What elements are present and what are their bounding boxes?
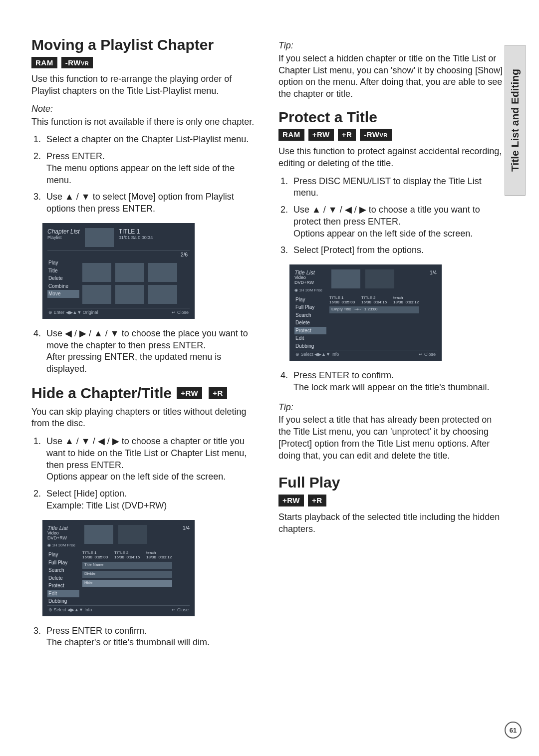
- badges-protect: RAM +RW +R -RWVR: [278, 129, 507, 141]
- moving-steps-cont: Use ◀ / ▶ / ▲ / ▼ to choose the place yo…: [31, 328, 260, 375]
- screenshot-title-list-hide: Title List Video DVD+RW ◉ 1H 30M Free 1/…: [42, 520, 195, 616]
- ss-chapter-cell: [115, 263, 144, 282]
- screenshot-chapter-list: Chapter List Playlist TITLE 1 01/01 Sa 0…: [42, 223, 195, 319]
- ss-empty-title: Empty Title --/-- 1:23:00: [329, 306, 419, 313]
- ss-preview-thumb: [85, 228, 114, 247]
- ss-preview-thumb: [331, 269, 360, 288]
- columns: Moving a Playlist Chapter RAM -RWVR Use …: [31, 35, 507, 657]
- ss-chapter-cell: [82, 285, 111, 304]
- moving-step-4: Use ◀ / ▶ / ▲ / ▼ to choose the place yo…: [43, 328, 260, 375]
- fullplay-body: Starts playback of the selected title in…: [278, 511, 507, 535]
- hide-step-1: Use ▲ / ▼ / ◀ / ▶ to choose a chapter or…: [43, 436, 260, 483]
- protect-steps-cont: Press ENTER to confirm. The lock mark wi…: [278, 370, 507, 394]
- ss-preview-thumb: [84, 525, 113, 544]
- note-label: Note:: [31, 103, 260, 115]
- ss-header: Chapter List Playlist: [47, 228, 80, 241]
- ss-chapter-cell: [82, 263, 111, 282]
- section-tab: Title List and Editing: [505, 45, 526, 196]
- note-body: This function is not available if there …: [31, 116, 260, 128]
- badge-rwvr: -RWVR: [360, 129, 392, 141]
- heading-moving-playlist: Moving a Playlist Chapter: [31, 35, 260, 55]
- protect-step-1: Press DISC MENU/LIST to display the Titl…: [290, 176, 507, 200]
- protect-step-4: Press ENTER to confirm. The lock mark wi…: [290, 370, 507, 394]
- moving-intro: Use this function to re-arrange the play…: [31, 73, 260, 97]
- screenshot-title-list-protect: Title List Video DVD+RW ◉ 1H 30M Free 1/…: [289, 264, 442, 361]
- ss-menu: Play Full Play Search Delete Protect Edi…: [47, 551, 79, 605]
- manual-page: Title List and Editing Moving a Playlist…: [0, 0, 539, 756]
- protect-steps: Press DISC MENU/LIST to display the Titl…: [278, 176, 507, 257]
- right-column: Tip: If you select a hidden chapter or t…: [278, 35, 507, 657]
- badge-pr: +R: [209, 387, 227, 399]
- hide-step-3: Press ENTER to confirm. The chapter's or…: [43, 625, 260, 649]
- protect-step-2: Use ▲ / ▼ / ◀ / ▶ to choose a title you …: [290, 204, 507, 240]
- protect-intro: Use this function to protect against acc…: [278, 146, 507, 170]
- protect-step-3: Select [Protect] from the options.: [290, 245, 507, 256]
- badge-prw: +RW: [308, 129, 334, 141]
- badge-prw: +RW: [278, 495, 304, 506]
- ss-preview-thumb: [365, 269, 394, 288]
- tip2-label: Tip:: [278, 402, 507, 414]
- moving-steps: Select a chapter on the Chapter List-Pla…: [31, 134, 260, 215]
- ss-menu: Play Title Delete Combine Move: [47, 259, 79, 308]
- section-tab-label: Title List and Editing: [509, 69, 521, 172]
- tip1-label: Tip:: [278, 40, 507, 52]
- moving-step-3: Use ▲ / ▼ to select [Move] option from P…: [43, 191, 260, 215]
- badges-fullplay: +RW +R: [278, 495, 507, 506]
- ss-chapter-cell: [148, 263, 177, 282]
- hide-step-2: Select [Hide] option. Example: Title Lis…: [43, 488, 260, 512]
- ss-chapter-cell: [115, 285, 144, 304]
- tip1-body: If you select a hidden chapter or title …: [278, 53, 507, 100]
- badges-moving: RAM -RWVR: [31, 57, 260, 69]
- ss-preview-thumb: [118, 525, 147, 544]
- ss-chapter-cell: [148, 285, 177, 304]
- left-column: Moving a Playlist Chapter RAM -RWVR Use …: [31, 35, 260, 657]
- badge-pr: +R: [308, 495, 326, 506]
- moving-step-1: Select a chapter on the Chapter List-Pla…: [43, 134, 260, 146]
- page-number: 61: [505, 722, 522, 739]
- badge-prw: +RW: [177, 387, 202, 399]
- hide-steps: Use ▲ / ▼ / ◀ / ▶ to choose a chapter or…: [31, 436, 260, 512]
- heading-protect-title: Protect a Title: [278, 107, 507, 127]
- badge-ram: RAM: [31, 57, 57, 69]
- hide-intro: You can skip playing chapters or titles …: [31, 406, 260, 430]
- badge-ram: RAM: [278, 129, 304, 141]
- heading-full-play: Full Play: [278, 473, 507, 493]
- moving-step-2: Press ENTER. The menu options appear on …: [43, 151, 260, 186]
- hide-steps-cont: Press ENTER to confirm. The chapter's or…: [31, 625, 260, 649]
- tip2-body: If you select a title that has already b…: [278, 414, 507, 462]
- ss-page-indicator: 2/6: [47, 251, 190, 259]
- badge-pr: +R: [338, 129, 356, 141]
- heading-hide-chapter: Hide a Chapter/Title +RW +R: [31, 383, 260, 403]
- ss-menu: Play Full Play Search Delete Protect Edi…: [294, 296, 326, 350]
- badge-rwvr: -RWVR: [61, 57, 93, 69]
